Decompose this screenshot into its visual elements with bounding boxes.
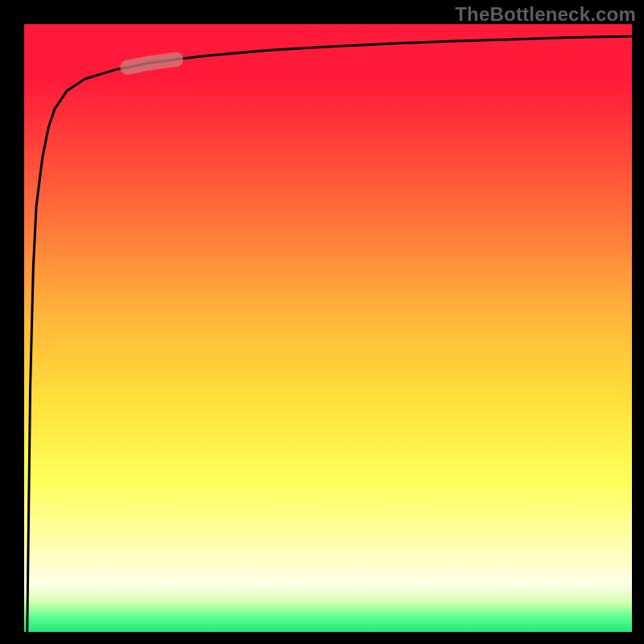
plot-gradient-background xyxy=(24,24,632,632)
chart-stage: TheBottleneck.com xyxy=(0,0,644,644)
watermark-text: TheBottleneck.com xyxy=(455,3,636,26)
